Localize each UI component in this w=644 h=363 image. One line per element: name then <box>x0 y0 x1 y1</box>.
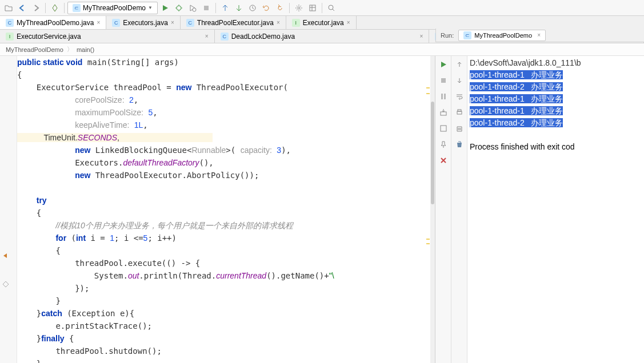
svg-rect-8 <box>441 94 443 99</box>
class-icon: C <box>221 33 229 41</box>
editor-tab[interactable]: CDeadLockDemo.java× <box>215 30 430 43</box>
close-icon[interactable]: × <box>347 19 350 26</box>
class-icon: C <box>186 19 194 27</box>
clear-button[interactable] <box>453 122 466 135</box>
console-output[interactable]: D:\devSoft\Java\jdk1.8.0_111\bpool-1-thr… <box>467 56 644 363</box>
run-button[interactable] <box>159 2 171 14</box>
tab-label: Executor.java <box>303 19 344 27</box>
close-icon[interactable]: × <box>171 19 174 26</box>
wrap-button[interactable] <box>453 90 466 103</box>
editor-scrollbar[interactable] <box>430 56 435 363</box>
svg-rect-12 <box>457 111 462 114</box>
vcs-history-button[interactable] <box>246 2 259 14</box>
rerun-button[interactable] <box>437 58 450 71</box>
run-label: Run: <box>441 32 454 39</box>
svg-rect-2 <box>204 6 209 10</box>
structure-button[interactable] <box>306 2 319 14</box>
error-markers <box>426 56 430 363</box>
dump-button[interactable] <box>437 106 450 119</box>
open-button[interactable] <box>2 2 15 14</box>
vcs-commit-button[interactable] <box>233 2 245 14</box>
editor-tab[interactable]: IExecutor.java× <box>286 16 357 29</box>
stop-button[interactable] <box>200 2 213 14</box>
editor-tab[interactable]: IExecutorService.java× <box>0 30 215 43</box>
close-icon[interactable]: × <box>277 19 280 26</box>
class-icon: ⊂ <box>463 31 471 39</box>
gutter <box>0 56 17 363</box>
svg-rect-7 <box>441 78 446 83</box>
run-panel: Run: ⊂ MyThreadPoolDemo × D:\devSoft\Jav… <box>435 56 644 363</box>
svg-point-4 <box>298 7 300 9</box>
console-exit: Process finished with exit cod <box>470 141 642 153</box>
svg-point-0 <box>177 6 181 10</box>
stop-run-button[interactable] <box>437 74 450 87</box>
class-icon: ⊂ <box>73 4 81 12</box>
code-editor[interactable]: public static void main(String[] args) {… <box>0 56 435 363</box>
print-button[interactable] <box>453 106 466 119</box>
svg-point-6 <box>329 5 333 10</box>
search-button[interactable] <box>325 2 338 14</box>
svg-rect-11 <box>441 126 446 131</box>
tab-label: ExecutorService.java <box>17 33 81 41</box>
undo-button[interactable] <box>274 2 286 14</box>
run-config-tab[interactable]: ⊂ MyThreadPoolDemo × <box>458 30 546 41</box>
run-config-select[interactable]: ⊂ MyThreadPoolDemo ▼ <box>67 2 158 14</box>
layout-button[interactable] <box>437 122 450 135</box>
tab-label: DeadLockDemo.java <box>231 33 295 41</box>
interface-icon: I <box>292 19 300 27</box>
breadcrumb-method[interactable]: main() <box>77 46 94 53</box>
svg-rect-13 <box>458 110 461 111</box>
console-line: pool-1-thread-1 办理业务 <box>470 93 642 105</box>
build-button[interactable] <box>49 2 61 14</box>
pause-button[interactable] <box>437 90 450 103</box>
breadcrumbs: MyThreadPoolDemo 〉 main() <box>0 43 644 56</box>
chevron-icon: 〉 <box>67 45 73 54</box>
run-header: Run: ⊂ MyThreadPoolDemo × <box>435 29 644 42</box>
editor-tab[interactable]: CMyThreadPoolDemo.java× <box>0 16 106 29</box>
svg-rect-9 <box>444 94 446 99</box>
close-icon[interactable]: × <box>420 33 423 39</box>
breadcrumb-class[interactable]: MyThreadPoolDemo <box>6 46 63 53</box>
console-line: pool-1-thread-2 办理业务 <box>470 117 642 129</box>
code-content: public static void main(String[] args) {… <box>17 56 430 363</box>
svg-point-1 <box>193 8 196 11</box>
config-name: MyThreadPoolDemo <box>83 4 146 12</box>
svg-rect-10 <box>441 112 446 115</box>
close-icon[interactable]: × <box>537 32 541 38</box>
console-path: D:\devSoft\Java\jdk1.8.0_111\b <box>470 57 642 69</box>
main-area: public static void main(String[] args) {… <box>0 56 644 363</box>
class-icon: C <box>112 19 120 27</box>
editor-tab[interactable]: CThreadPoolExecutor.java× <box>181 16 286 29</box>
class-icon: C <box>6 19 14 27</box>
run-toolbar-left <box>435 56 451 363</box>
main-toolbar: ⊂ MyThreadPoolDemo ▼ <box>0 0 644 16</box>
trash-button[interactable] <box>453 138 466 151</box>
debug-button[interactable] <box>173 2 185 14</box>
back-button[interactable] <box>16 2 29 14</box>
close-icon[interactable]: × <box>205 33 209 39</box>
tab-label: MyThreadPoolDemo.java <box>17 19 94 27</box>
svg-rect-5 <box>310 5 315 11</box>
interface-icon: I <box>6 33 14 41</box>
pin-button[interactable] <box>437 138 450 151</box>
tab-label: Executors.java <box>123 19 168 27</box>
scroll-down-button[interactable] <box>453 74 466 87</box>
console-line: pool-1-thread-2 办理业务 <box>470 81 642 93</box>
editor-tabs-row1: CMyThreadPoolDemo.java×CExecutors.java×C… <box>0 16 644 30</box>
tab-label: ThreadPoolExecutor.java <box>197 19 274 27</box>
run-toolbar-right <box>451 56 467 363</box>
console-line: pool-1-thread-1 办理业务 <box>470 69 642 81</box>
coverage-button[interactable] <box>186 2 199 14</box>
close-run-button[interactable] <box>437 154 450 167</box>
vcs-update-button[interactable] <box>219 2 231 14</box>
forward-button[interactable] <box>30 2 42 14</box>
vcs-revert-button[interactable] <box>260 2 273 14</box>
editor-tab[interactable]: CExecutors.java× <box>106 16 181 29</box>
console-line: pool-1-thread-1 办理业务 <box>470 105 642 117</box>
scroll-up-button[interactable] <box>453 58 466 71</box>
close-icon[interactable]: × <box>97 19 100 26</box>
settings-button[interactable] <box>293 2 305 14</box>
